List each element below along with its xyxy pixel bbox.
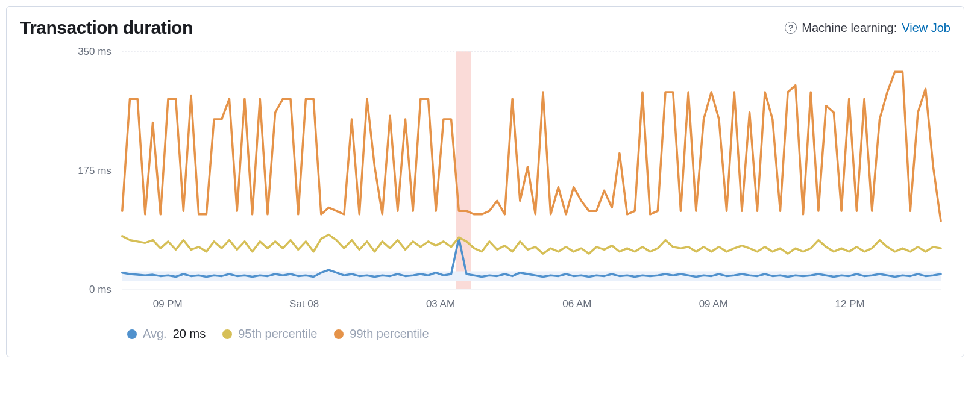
legend-value-avg: 20 ms (173, 327, 206, 341)
series-avg-[interactable] (122, 238, 941, 276)
legend-label-p99: 99th percentile (350, 327, 429, 341)
legend-dot-p95 (222, 329, 232, 339)
legend-item-avg[interactable]: Avg. 20 ms (127, 327, 206, 341)
x-tick-label: 09 PM (153, 298, 183, 310)
chart-area[interactable]: 0 ms175 ms350 ms09 PMSat 0803 AM06 AM09 … (7, 38, 964, 321)
legend-item-p99[interactable]: 99th percentile (334, 327, 429, 341)
legend-label-avg: Avg. (143, 327, 167, 341)
transaction-duration-panel: Transaction duration ? Machine learning:… (6, 6, 964, 357)
x-tick-label: 03 AM (426, 298, 455, 310)
series-99th-percentile[interactable] (122, 72, 941, 221)
view-job-link[interactable]: View Job (902, 21, 950, 35)
x-tick-label: Sat 08 (289, 298, 319, 310)
panel-title: Transaction duration (20, 17, 193, 38)
legend-item-p95[interactable]: 95th percentile (222, 327, 317, 341)
legend-label-p95: 95th percentile (238, 327, 317, 341)
help-icon[interactable]: ? (785, 22, 797, 34)
legend-dot-avg (127, 329, 137, 339)
chart-legend: Avg. 20 ms 95th percentile 99th percenti… (7, 321, 964, 357)
y-tick-label: 350 ms (78, 46, 112, 57)
panel-header: Transaction duration ? Machine learning:… (7, 7, 964, 38)
y-tick-label: 0 ms (89, 284, 112, 295)
series-95th-percentile[interactable] (122, 235, 941, 254)
machine-learning-label: Machine learning: (802, 21, 897, 35)
duration-line-chart[interactable]: 0 ms175 ms350 ms09 PMSat 0803 AM06 AM09 … (20, 45, 950, 316)
y-tick-label: 175 ms (78, 165, 112, 176)
x-tick-label: 06 AM (562, 298, 591, 310)
x-tick-label: 12 PM (835, 298, 865, 310)
machine-learning-group: ? Machine learning: View Job (785, 21, 950, 35)
x-tick-label: 09 AM (699, 298, 728, 310)
legend-dot-p99 (334, 329, 344, 339)
